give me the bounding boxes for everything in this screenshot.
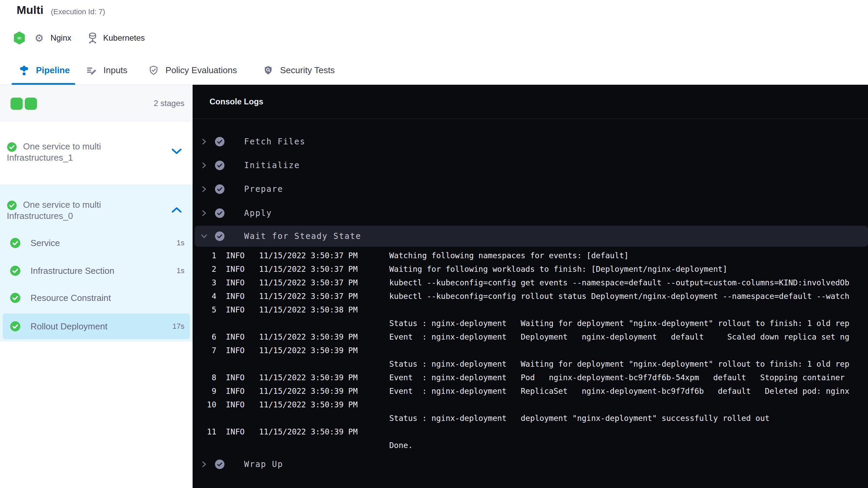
stage-name: One service to multi Infrastructures_0 bbox=[7, 199, 122, 222]
console-step-wait-for-steady-state[interactable]: Wait for Steady State bbox=[195, 226, 868, 247]
chevron-down-icon[interactable] bbox=[172, 148, 182, 155]
step-duration: 17s bbox=[173, 322, 184, 331]
tabbar: PipelineInputsPolicy EvaluationsSecurity… bbox=[0, 56, 868, 85]
log-message: Event : nginx-deployment ReplicaSet ngin… bbox=[389, 387, 868, 395]
log-level: INFO bbox=[226, 305, 250, 314]
stage-status-square[interactable] bbox=[25, 98, 37, 110]
step-item-rollout-deployment[interactable]: Rollout Deployment17s bbox=[3, 313, 190, 339]
tab-label: Inputs bbox=[103, 65, 127, 76]
log-timestamp: 11/15/2022 3:50:38 PM bbox=[259, 305, 389, 314]
log-line: 5INFO11/15/2022 3:50:38 PM bbox=[193, 303, 868, 317]
log-level: INFO bbox=[226, 400, 250, 409]
log-line-number: 11 bbox=[193, 427, 216, 436]
log-line: 3INFO11/15/2022 3:50:37 PMkubectl --kube… bbox=[193, 276, 868, 289]
console-step-name: Prepare bbox=[244, 184, 283, 194]
log-message: Event : nginx-deployment Pod nginx-deplo… bbox=[389, 373, 868, 382]
policy-evaluations-icon bbox=[149, 65, 159, 76]
log-timestamp: 11/15/2022 3:50:39 PM bbox=[259, 427, 389, 436]
log-level: INFO bbox=[226, 373, 250, 382]
log-level: INFO bbox=[226, 332, 250, 341]
tab-security-tests[interactable]: Security Tests bbox=[263, 56, 335, 85]
log-line: 10INFO11/15/2022 3:50:39 PM bbox=[193, 398, 868, 411]
console-step-name: Wait for Steady State bbox=[244, 231, 361, 241]
log-line-number: 8 bbox=[193, 373, 216, 382]
console-step-prepare[interactable]: Prepare bbox=[195, 180, 868, 199]
step-duration: 1s bbox=[177, 266, 184, 275]
chevron-right-icon[interactable] bbox=[201, 461, 208, 468]
log-line: Status : nginx-deployment Waiting for de… bbox=[193, 357, 868, 371]
tab-inputs[interactable]: Inputs bbox=[86, 56, 127, 85]
log-message: kubectl --kubeconfig=config rollout stat… bbox=[389, 292, 868, 301]
stage-name: One service to multi Infrastructures_1 bbox=[7, 141, 122, 163]
step-item-infrastructure-section[interactable]: Infrastructure Section1s bbox=[3, 258, 190, 284]
chevron-down-icon[interactable] bbox=[201, 233, 208, 240]
log-timestamp: 11/15/2022 3:50:37 PM bbox=[259, 265, 389, 273]
step-name: Service bbox=[31, 238, 60, 248]
execution-stages-panel: 2 stages One service to multi Infrastruc… bbox=[0, 85, 193, 488]
log-line: 11INFO11/15/2022 3:50:39 PM bbox=[193, 425, 868, 439]
log-level: INFO bbox=[226, 292, 250, 301]
log-line: Status : nginx-deployment deployment "ng… bbox=[193, 411, 868, 425]
success-check-icon bbox=[10, 293, 20, 303]
step-item-service[interactable]: Service1s bbox=[3, 230, 190, 256]
security-tests-icon bbox=[263, 65, 273, 76]
chevron-up-icon[interactable] bbox=[172, 207, 182, 213]
svg-text:∞: ∞ bbox=[17, 34, 22, 41]
console-step-name: Fetch Files bbox=[244, 137, 305, 146]
log-message: Event : nginx-deployment Deployment ngin… bbox=[389, 332, 868, 341]
log-message: Status : nginx-deployment Waiting for de… bbox=[389, 319, 868, 328]
check-circle-icon bbox=[215, 137, 224, 146]
log-timestamp: 11/15/2022 3:50:39 PM bbox=[259, 400, 389, 409]
log-line: 2INFO11/15/2022 3:50:37 PMWaiting for fo… bbox=[193, 262, 868, 276]
stage-card-infrastructures-1[interactable]: One service to multi Infrastructures_1 bbox=[0, 121, 193, 185]
log-line: Done. bbox=[193, 439, 868, 452]
log-line-number: 3 bbox=[193, 278, 216, 287]
console-step-wrap-up[interactable]: Wrap Up bbox=[195, 455, 868, 474]
tab-policy-evaluations[interactable]: Policy Evaluations bbox=[149, 56, 237, 85]
log-line: 8INFO11/15/2022 3:50:39 PMEvent : nginx-… bbox=[193, 371, 868, 384]
cd-module-icon: ∞ bbox=[14, 32, 25, 44]
chevron-right-icon[interactable] bbox=[201, 186, 208, 192]
header: Multi (Execution Id: 7) ∞ ⚙ Nginx bbox=[0, 0, 868, 56]
chevron-right-icon[interactable] bbox=[201, 162, 208, 169]
console-step-fetch-files[interactable]: Fetch Files bbox=[195, 132, 868, 151]
log-message: Waiting for following workloads to finis… bbox=[389, 265, 868, 273]
log-timestamp: 11/15/2022 3:50:39 PM bbox=[259, 373, 389, 382]
log-line: 6INFO11/15/2022 3:50:39 PMEvent : nginx-… bbox=[193, 330, 868, 344]
log-timestamp: 11/15/2022 3:50:39 PM bbox=[259, 346, 389, 355]
log-level: INFO bbox=[226, 346, 250, 355]
log-line: Status : nginx-deployment Waiting for de… bbox=[193, 317, 868, 330]
log-line-number: 4 bbox=[193, 292, 216, 301]
console-step-apply[interactable]: Apply bbox=[195, 204, 868, 223]
log-level: INFO bbox=[226, 265, 250, 273]
chevron-right-icon[interactable] bbox=[201, 138, 208, 145]
step-item-resource-constraint[interactable]: Resource Constraint bbox=[3, 285, 190, 311]
tab-pipeline[interactable]: Pipeline bbox=[19, 56, 70, 85]
log-output: 1INFO11/15/2022 3:50:37 PMWatching follo… bbox=[193, 249, 868, 452]
console-step-initialize[interactable]: Initialize bbox=[195, 156, 868, 175]
header-meta: ∞ ⚙ Nginx Kubernetes bbox=[14, 30, 145, 45]
step-name: Rollout Deployment bbox=[31, 321, 107, 332]
stage-card-infrastructures-0[interactable]: One service to multi Infrastructures_0 S… bbox=[0, 185, 193, 342]
success-check-icon bbox=[10, 266, 20, 276]
log-message: Status : nginx-deployment deployment "ng… bbox=[389, 414, 868, 423]
log-line-number: 9 bbox=[193, 387, 216, 395]
stage-status-square[interactable] bbox=[11, 98, 23, 110]
service-name: Nginx bbox=[51, 33, 71, 43]
page-title: Multi bbox=[17, 3, 43, 17]
success-check-icon bbox=[10, 238, 20, 248]
check-circle-icon bbox=[215, 184, 224, 194]
kubernetes-icon bbox=[87, 32, 98, 44]
active-tab-underline bbox=[12, 83, 75, 85]
log-line-number: 7 bbox=[193, 346, 216, 355]
chevron-right-icon[interactable] bbox=[201, 210, 208, 217]
log-level: INFO bbox=[226, 387, 250, 395]
tab-label: Pipeline bbox=[36, 65, 70, 76]
log-line-number: 5 bbox=[193, 305, 216, 314]
log-message: Watching following namespaces for events… bbox=[389, 251, 868, 260]
tab-label: Security Tests bbox=[280, 65, 335, 76]
check-circle-icon bbox=[215, 460, 224, 469]
console-step-name: Apply bbox=[244, 208, 272, 218]
log-level: INFO bbox=[226, 278, 250, 287]
inputs-icon bbox=[86, 65, 97, 76]
